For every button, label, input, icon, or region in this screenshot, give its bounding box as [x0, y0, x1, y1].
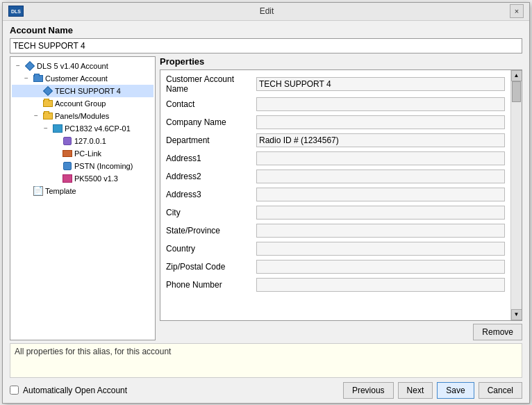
tree-label-pc1832: PC1832 v4.6CP-01: [65, 124, 131, 133]
expand-pclink: [51, 149, 60, 157]
form-row-state: State/Province: [166, 223, 505, 238]
input-address3[interactable]: [256, 188, 505, 201]
expand-pstn: [51, 162, 60, 170]
form-row-contact: Contact: [166, 97, 505, 112]
form-row-address2: Address2: [166, 169, 505, 184]
form-row-phone: Phone Number: [166, 277, 505, 292]
previous-button[interactable]: Previous: [343, 382, 394, 399]
tree-label-pstn: PSTN (Incoming): [74, 162, 133, 170]
title-bar: DLS Edit ×: [3, 3, 529, 21]
input-department[interactable]: [256, 133, 505, 147]
save-button[interactable]: Save: [437, 382, 474, 399]
folder-blue-icon: [33, 73, 44, 84]
title-bar-title: Edit: [24, 6, 510, 16]
main-area: − DLS 5 v1.40 Account − Customer Account…: [3, 56, 529, 343]
expand-template: [22, 187, 31, 195]
input-address2[interactable]: [256, 170, 505, 183]
expand-tech: [31, 87, 41, 94]
form-row-customer-name: Customer Account Name: [166, 74, 505, 94]
tree-item-pc1832[interactable]: − PC1832 v4.6CP-01: [12, 122, 153, 135]
next-button[interactable]: Next: [398, 382, 433, 399]
input-phone[interactable]: [256, 278, 505, 292]
scrollbar: ▲ ▼: [510, 70, 522, 320]
scroll-down-button[interactable]: ▼: [511, 309, 522, 320]
auto-open-label: Automatically Open Account: [23, 386, 127, 395]
tree-item-pstn[interactable]: PSTN (Incoming): [12, 160, 153, 172]
input-address1[interactable]: [256, 151, 505, 165]
label-address1: Address1: [166, 154, 256, 163]
input-company[interactable]: [256, 115, 505, 129]
expand-pk5500: [51, 174, 60, 182]
expand-customer[interactable]: −: [22, 74, 31, 82]
form-row-company: Company Name: [166, 115, 505, 130]
expand-pc1832[interactable]: −: [41, 124, 51, 132]
tree-label-template: Template: [45, 187, 76, 195]
dls-logo-icon: DLS: [8, 6, 24, 17]
label-city: City: [166, 208, 256, 217]
input-state[interactable]: [256, 224, 505, 238]
input-customer-name[interactable]: [256, 77, 505, 91]
scroll-thumb[interactable]: [512, 81, 521, 102]
tree-item-template[interactable]: 📄 Template: [12, 185, 153, 197]
tree-item-pk5500[interactable]: PK5500 v1.3: [12, 172, 153, 185]
form-row-address1: Address1: [166, 151, 505, 166]
input-country[interactable]: [256, 242, 505, 256]
remove-btn-area: Remove: [160, 321, 522, 340]
tree-label-tech: TECH SUPPORT 4: [55, 87, 121, 95]
expand-dls5[interactable]: −: [13, 62, 23, 69]
tree-item-pclink[interactable]: PC-Link: [12, 147, 153, 160]
form-row-zip: Zip/Postal Code: [166, 259, 505, 274]
link-icon: [62, 148, 73, 159]
template-icon: 📄: [33, 185, 44, 197]
tree-panel: − DLS 5 v1.40 Account − Customer Account…: [10, 56, 156, 340]
tree-label-pk5500: PK5500 v1.3: [74, 174, 118, 183]
scroll-up-button[interactable]: ▲: [511, 70, 522, 81]
account-name-display: TECH SUPPORT 4: [10, 38, 522, 53]
tree-label-ip: 127.0.0.1: [74, 137, 106, 145]
label-company: Company Name: [166, 117, 256, 127]
properties-header: Properties: [160, 56, 522, 67]
tree-label-dls5: DLS 5 v1.40 Account: [37, 62, 108, 70]
account-name-section: Account Name TECH SUPPORT 4: [3, 21, 529, 56]
tree-item-dls5[interactable]: − DLS 5 v1.40 Account: [12, 60, 153, 72]
diamond-icon: [24, 60, 35, 72]
account-name-label: Account Name: [10, 25, 522, 35]
tree-label-customer: Customer Account: [45, 74, 108, 83]
input-zip[interactable]: [256, 260, 505, 274]
network-icon: [62, 135, 73, 147]
panel-icon: [52, 123, 63, 134]
label-department: Department: [166, 135, 256, 145]
label-address2: Address2: [166, 172, 256, 181]
remove-button[interactable]: Remove: [473, 324, 522, 340]
scroll-track: [511, 81, 522, 309]
properties-panel: Properties Customer Account Name Contact: [160, 56, 522, 340]
tree-item-tech-support[interactable]: TECH SUPPORT 4: [12, 85, 153, 97]
label-country: Country: [166, 244, 256, 254]
form-area: Customer Account Name Contact Company Na…: [160, 70, 510, 320]
close-button[interactable]: ×: [510, 4, 524, 18]
notes-text: All properties for this alias, for this …: [15, 347, 171, 356]
tree-item-customer-account[interactable]: − Customer Account: [12, 72, 153, 85]
folder-icon: [42, 98, 53, 109]
label-contact: Contact: [166, 99, 256, 109]
cancel-button[interactable]: Cancel: [479, 382, 522, 399]
action-buttons: Previous Next Save Cancel: [343, 382, 522, 399]
notes-area: All properties for this alias, for this …: [10, 343, 522, 378]
label-phone: Phone Number: [166, 280, 256, 290]
tree-item-panels[interactable]: − Panels/Modules: [12, 110, 153, 122]
expand-account-group: [31, 99, 41, 107]
main-window: DLS Edit × Account Name TECH SUPPORT 4 −…: [2, 2, 530, 404]
form-row-department: Department: [166, 133, 505, 148]
expand-panels[interactable]: −: [31, 112, 41, 119]
folder-panels-icon: [42, 110, 53, 122]
form-row-city: City: [166, 205, 505, 220]
tree-label-pclink: PC-Link: [74, 149, 101, 158]
input-contact[interactable]: [256, 97, 505, 111]
tree-item-ip[interactable]: 127.0.0.1: [12, 135, 153, 147]
label-zip: Zip/Postal Code: [166, 262, 256, 272]
tree-item-account-group[interactable]: Account Group: [12, 97, 153, 110]
auto-open-checkbox[interactable]: [10, 386, 19, 395]
phone-icon: [62, 160, 73, 172]
title-bar-logo: DLS: [8, 6, 24, 17]
input-city[interactable]: [256, 206, 505, 220]
